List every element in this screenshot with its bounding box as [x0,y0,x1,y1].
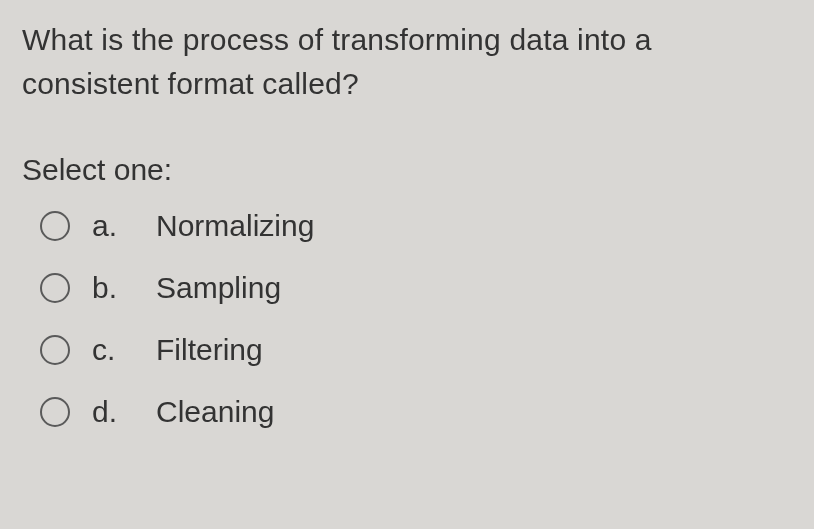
option-letter: d. [92,395,134,429]
option-letter: a. [92,209,134,243]
option-text: Cleaning [156,395,274,429]
option-letter: c. [92,333,134,367]
option-text: Normalizing [156,209,314,243]
radio-icon[interactable] [40,211,70,241]
option-d[interactable]: d. Cleaning [40,395,792,429]
options-list: a. Normalizing b. Sampling c. Filtering … [22,209,792,429]
question-text: What is the process of transforming data… [22,18,792,105]
option-text: Filtering [156,333,263,367]
radio-icon[interactable] [40,335,70,365]
select-prompt: Select one: [22,153,792,187]
option-b[interactable]: b. Sampling [40,271,792,305]
option-text: Sampling [156,271,281,305]
radio-icon[interactable] [40,273,70,303]
radio-icon[interactable] [40,397,70,427]
option-c[interactable]: c. Filtering [40,333,792,367]
option-letter: b. [92,271,134,305]
option-a[interactable]: a. Normalizing [40,209,792,243]
